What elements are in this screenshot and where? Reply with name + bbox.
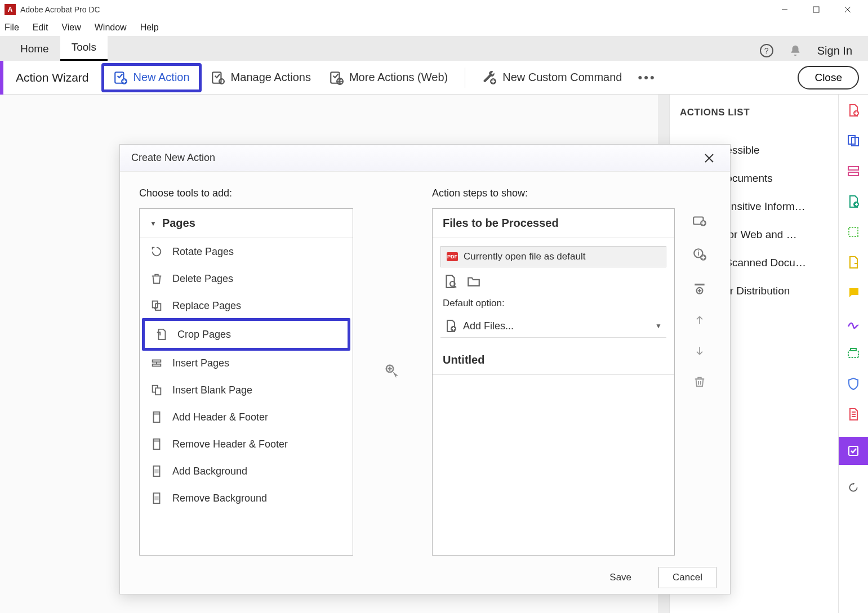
tool-label: Insert Blank Page	[172, 384, 252, 396]
more-tools-icon[interactable]	[845, 406, 861, 422]
delete-step-icon[interactable]	[693, 375, 706, 388]
toolbar-overflow-button[interactable]: •••	[631, 70, 662, 85]
caret-down-icon: ▼	[150, 220, 157, 227]
default-file-row[interactable]: PDF Currently open file as default	[440, 246, 666, 267]
tool-row[interactable]: Add Header & Footer	[140, 404, 353, 431]
svg-rect-19	[851, 348, 856, 351]
accent-bar	[0, 61, 3, 95]
tool-icon	[150, 383, 163, 397]
menu-file[interactable]: File	[5, 23, 19, 33]
cancel-button[interactable]: Cancel	[658, 567, 716, 588]
save-button[interactable]: Save	[596, 567, 645, 588]
action-wizard-toolbar: Action Wizard New Action Manage Actions …	[0, 61, 868, 95]
add-folder-icon[interactable]	[466, 274, 481, 289]
browse-file-icon[interactable]	[443, 274, 457, 289]
menu-help[interactable]: Help	[140, 23, 159, 33]
steps-listbox: Files to be Processed PDF Currently open…	[432, 208, 675, 556]
pdf-badge-icon: PDF	[447, 252, 458, 261]
tabbar: Home Tools ? Sign In	[0, 36, 868, 61]
manage-actions-button[interactable]: Manage Actions	[202, 66, 320, 90]
tool-label: Rotate Pages	[172, 246, 234, 258]
dialog-title: Create New Action	[131, 152, 700, 164]
manage-actions-icon	[211, 70, 225, 85]
menu-view[interactable]: View	[61, 23, 81, 33]
tool-row[interactable]: Crop Pages	[142, 318, 350, 351]
window-title: Adobe Acrobat Pro DC	[20, 5, 769, 14]
tool-icon	[155, 328, 168, 341]
move-down-icon[interactable]	[694, 345, 705, 356]
step-side-controls: i	[688, 187, 711, 556]
collapse-panel-icon[interactable]	[845, 480, 861, 495]
tab-home[interactable]: Home	[9, 37, 60, 61]
action-wizard-icon[interactable]	[839, 437, 868, 465]
add-folder-step-icon[interactable]	[692, 213, 707, 228]
add-files-icon	[444, 319, 457, 333]
create-pdf-icon[interactable]	[845, 102, 861, 118]
notifications-icon[interactable]	[789, 44, 802, 57]
svg-rect-28	[155, 388, 161, 395]
sign-in-link[interactable]: Sign In	[817, 44, 852, 57]
right-tool-strip	[839, 95, 868, 613]
tool-row[interactable]: Remove Header & Footer	[140, 431, 353, 458]
tool-icon	[150, 245, 163, 258]
svg-rect-17	[849, 227, 858, 236]
choose-tools-label: Choose tools to add:	[139, 187, 353, 199]
scan-ocr-icon[interactable]	[845, 346, 861, 361]
fill-sign-icon[interactable]	[845, 315, 861, 331]
svg-rect-18	[848, 351, 858, 357]
step-untitled-header[interactable]: Untitled	[433, 346, 674, 375]
organize-pages-icon[interactable]	[845, 224, 861, 240]
tool-icon	[150, 356, 163, 370]
tool-row[interactable]: Delete Pages	[140, 265, 353, 292]
chevron-down-icon: ▼	[655, 322, 662, 330]
tool-label: Insert Pages	[172, 357, 229, 369]
tool-row[interactable]: Replace Pages	[140, 292, 353, 319]
wrench-icon	[482, 70, 497, 85]
choose-tools-column: Choose tools to add: ▼ Pages Rotate Page…	[139, 187, 353, 556]
tool-row[interactable]: Insert Blank Page	[140, 377, 353, 404]
tool-row[interactable]: Remove Background	[140, 485, 353, 512]
menu-window[interactable]: Window	[95, 23, 127, 33]
dialog-header: Create New Action	[120, 145, 730, 172]
tool-row[interactable]: Rotate Pages	[140, 238, 353, 265]
dialog-footer: Save Cancel	[120, 561, 730, 594]
svg-rect-25	[153, 360, 161, 363]
add-divider-icon[interactable]	[692, 281, 707, 296]
new-custom-command-button[interactable]: New Custom Command	[473, 66, 631, 90]
tab-tools[interactable]: Tools	[60, 35, 108, 61]
tool-label: Remove Background	[172, 493, 267, 504]
edit-pdf-icon[interactable]	[845, 163, 861, 179]
svg-rect-26	[153, 364, 161, 366]
close-tool-button[interactable]: Close	[798, 66, 859, 90]
close-window-button[interactable]	[832, 0, 863, 19]
add-files-label: Add Files...	[463, 320, 514, 332]
add-files-dropdown[interactable]: Add Files... ▼	[440, 315, 666, 338]
send-for-comments-icon[interactable]	[845, 254, 861, 270]
tool-list[interactable]: Rotate PagesDelete PagesReplace PagesCro…	[140, 238, 353, 555]
tool-group-header[interactable]: ▼ Pages	[140, 209, 353, 238]
move-up-icon[interactable]	[694, 315, 705, 326]
export-pdf-icon[interactable]	[845, 194, 861, 209]
menu-edit[interactable]: Edit	[33, 23, 48, 33]
tool-row[interactable]: Insert Pages	[140, 350, 353, 377]
comment-icon[interactable]	[845, 285, 861, 301]
new-action-button[interactable]: New Action	[101, 63, 202, 92]
dialog-close-button[interactable]	[700, 151, 719, 165]
tools-listbox: ▼ Pages Rotate PagesDelete PagesReplace …	[139, 208, 353, 556]
combine-files-icon[interactable]	[845, 133, 861, 149]
tool-group-label: Pages	[162, 217, 195, 230]
add-instruction-icon[interactable]: i	[692, 247, 707, 262]
svg-text:i: i	[697, 249, 699, 257]
tool-icon	[150, 491, 163, 505]
tool-row[interactable]: Add Background	[140, 458, 353, 485]
minimize-button[interactable]	[769, 0, 800, 19]
maximize-button[interactable]	[800, 0, 832, 19]
window-controls	[769, 0, 863, 19]
help-icon[interactable]: ?	[760, 44, 773, 57]
more-actions-web-button[interactable]: More Actions (Web)	[320, 66, 457, 90]
add-to-steps-button[interactable]	[384, 363, 401, 380]
svg-rect-15	[848, 172, 858, 176]
protect-icon[interactable]	[845, 376, 861, 392]
more-actions-icon	[329, 70, 344, 85]
maximize-icon	[812, 6, 820, 14]
